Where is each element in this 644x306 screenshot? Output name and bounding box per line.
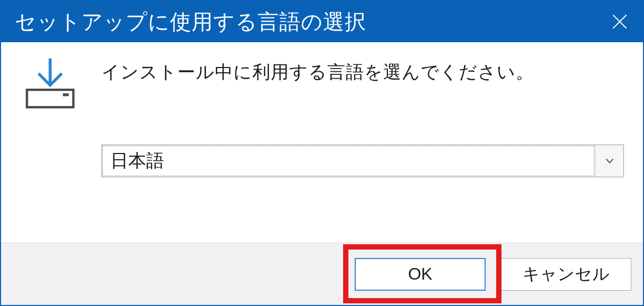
window-title: セットアップに使用する言語の選択 — [15, 7, 366, 36]
instruction-text: インストール中に利用する言語を選んでください。 — [101, 60, 534, 84]
close-button[interactable] — [607, 9, 632, 34]
dropdown-arrow[interactable] — [595, 145, 623, 177]
close-icon — [611, 13, 629, 31]
svg-rect-3 — [27, 90, 73, 107]
svg-rect-4 — [63, 93, 69, 97]
client-area: インストール中に利用する言語を選んでください。 日本語 OK キャンセル — [1, 42, 643, 305]
dialog-footer: OK キャンセル — [1, 243, 643, 305]
language-dropdown[interactable]: 日本語 — [101, 145, 624, 177]
chevron-down-icon — [604, 155, 615, 167]
titlebar: セットアップに使用する言語の選択 — [1, 1, 643, 42]
dialog-window: セットアップに使用する言語の選択 インストール中に利用する言語を選んでください。… — [0, 0, 644, 306]
dialog-body: インストール中に利用する言語を選んでください。 日本語 — [1, 42, 643, 243]
cancel-button[interactable]: キャンセル — [500, 258, 631, 291]
installer-icon — [21, 54, 79, 112]
ok-button[interactable]: OK — [355, 258, 486, 291]
language-dropdown-value: 日本語 — [102, 146, 594, 176]
